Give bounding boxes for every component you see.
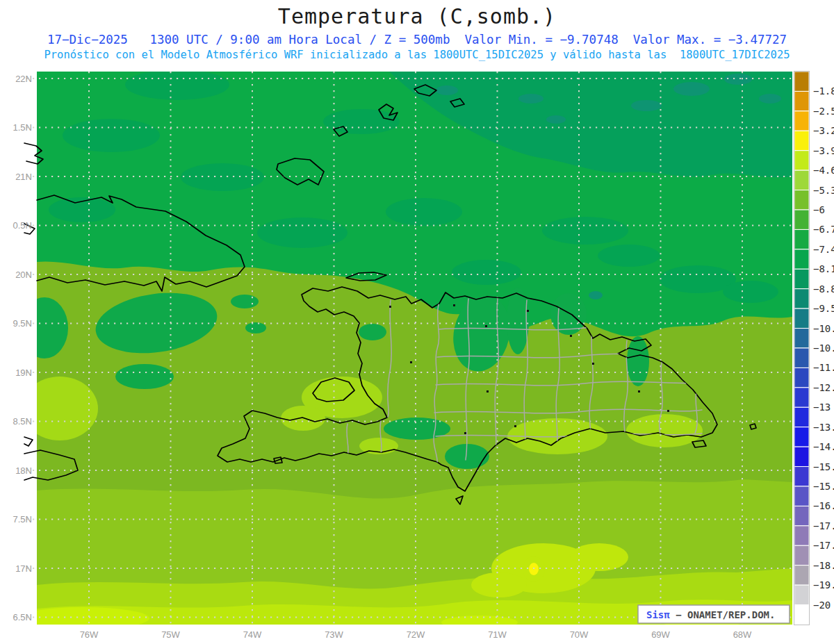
colorbar-cell	[794, 72, 809, 91]
colorbar-cell	[794, 249, 809, 269]
sispi-brand: Sisπ	[646, 609, 670, 620]
colorbar-tick-label: −15.1	[813, 461, 834, 472]
lon-label: 72W	[407, 629, 425, 640]
colorbar-tick-label: −12.3	[813, 382, 834, 393]
colorbar-cell	[794, 526, 809, 545]
colorbar-tick-label: −3.9	[813, 145, 834, 156]
weather-map-page: { "header": { "title": "Temperatura (C,s…	[0, 0, 834, 644]
colorbar-cell	[794, 329, 809, 348]
colorbar-cell	[794, 388, 809, 407]
colorbar-tick-label: −14.4	[813, 441, 834, 452]
colorbar-legend: −1.8−2.5−3.2−3.9−4.6−5.3−6−6.7−7.4−8.1−8…	[794, 72, 834, 625]
colorbar-tick-label: −20	[813, 600, 831, 611]
colorbar-cell	[794, 170, 809, 190]
colorbar-cell	[794, 151, 809, 170]
colorbar-tick-label: −3.2	[813, 125, 834, 136]
colorbar-tick-label: −10.9	[813, 342, 834, 354]
colorbar-tick-label: −9.5	[813, 303, 834, 314]
colorbar-tick-label: −4.6	[813, 165, 834, 176]
colorbar-cell	[794, 91, 809, 110]
colorbar-cell	[794, 269, 809, 288]
lon-label: 69W	[651, 629, 670, 640]
colorbar-cell	[794, 467, 809, 486]
colorbar-tick-label: −8.1	[813, 263, 834, 274]
onamet-credit: ONAMET/REP.DOM.	[687, 609, 775, 620]
colorbar-cell	[794, 229, 809, 249]
credit-badge: Sisπ − ONAMET/REP.DOM.	[638, 605, 790, 623]
colorbar-tick-label: −18.6	[813, 560, 834, 571]
colorbar-cell	[794, 368, 809, 387]
colorbar-cell	[794, 131, 809, 150]
lon-label: 70W	[570, 629, 589, 640]
colorbar-cell	[794, 605, 809, 625]
colorbar-tick-label: −17.9	[813, 540, 834, 551]
lat-label: 20N	[15, 270, 32, 280]
colorbar-cell	[794, 210, 809, 229]
colorbar-tick-label: −13.7	[813, 422, 834, 433]
colorbar-tick-label: −15.8	[813, 481, 834, 492]
lon-label: 68W	[733, 629, 752, 640]
badge-separator: −	[670, 609, 687, 620]
colorbar-cell	[794, 190, 809, 210]
longitude-labels: 76W75W74W73W72W71W70W69W68W	[80, 629, 752, 640]
colorbar-tick-label: −2.5	[813, 106, 834, 117]
colorbar-cell	[794, 565, 809, 585]
lat-label: 21N	[15, 172, 32, 182]
lon-label: 76W	[80, 629, 99, 640]
lat-label: 0.5N	[13, 220, 32, 231]
lat-label: 7.5N	[13, 514, 32, 525]
lat-label: 8.5N	[13, 416, 32, 427]
colorbar-cell	[794, 447, 809, 466]
lat-label: 22N	[15, 74, 32, 84]
colorbar-tick-label: −6.7	[813, 224, 834, 235]
colorbar-tick-label: −13	[813, 402, 831, 413]
colorbar-tick-label: −5.3	[813, 185, 834, 196]
lon-label: 73W	[325, 629, 343, 640]
colorbar-cell	[794, 506, 809, 525]
colorbar-cell	[794, 111, 809, 131]
colorbar-tick-label: −16.5	[813, 500, 834, 511]
lon-label: 75W	[161, 629, 180, 640]
colorbar-cell	[794, 545, 809, 565]
lat-label: 9.5N	[13, 318, 32, 329]
latitude-labels: 22N1.5N21N0.5N20N9.5N19N8.5N18N7.5N17N6.…	[13, 74, 32, 623]
lat-label: 19N	[15, 368, 32, 378]
lon-label: 74W	[243, 629, 262, 640]
colorbar-tick-label: −6	[813, 204, 825, 215]
temperature-shading	[17, 69, 792, 629]
colorbar-tick-label: −1.8	[813, 85, 834, 97]
colorbar-tick-label: −11.6	[813, 362, 834, 373]
lat-label: 17N	[15, 563, 32, 574]
colorbar-cell	[794, 407, 809, 427]
coastline-jamaica-islet	[24, 437, 33, 446]
colorbar-cell	[794, 486, 809, 506]
lat-label: 1.5N	[13, 122, 32, 133]
credit-badge-text: Sisπ − ONAMET/REP.DOM.	[646, 609, 775, 620]
colorbar-cell	[794, 308, 809, 328]
colorbar-cell	[794, 348, 809, 368]
colorbar-cell	[794, 427, 809, 447]
colorbar-tick-label: −10.2	[813, 323, 834, 334]
colorbar-tick-label: −7.4	[813, 244, 834, 255]
colorbar-tick-label: −8.8	[813, 283, 834, 295]
lat-label: 6.5N	[13, 612, 32, 622]
colorbar-cell	[794, 585, 809, 604]
colorbar-tick-label: −19.3	[813, 579, 834, 591]
colorbar-tick-label: −17.2	[813, 520, 834, 531]
colorbar-cell	[794, 289, 809, 308]
lat-label: 18N	[15, 465, 32, 476]
lon-label: 71W	[488, 629, 507, 640]
map-canvas: 22N1.5N21N0.5N20N9.5N19N8.5N18N7.5N17N6.…	[0, 0, 834, 644]
